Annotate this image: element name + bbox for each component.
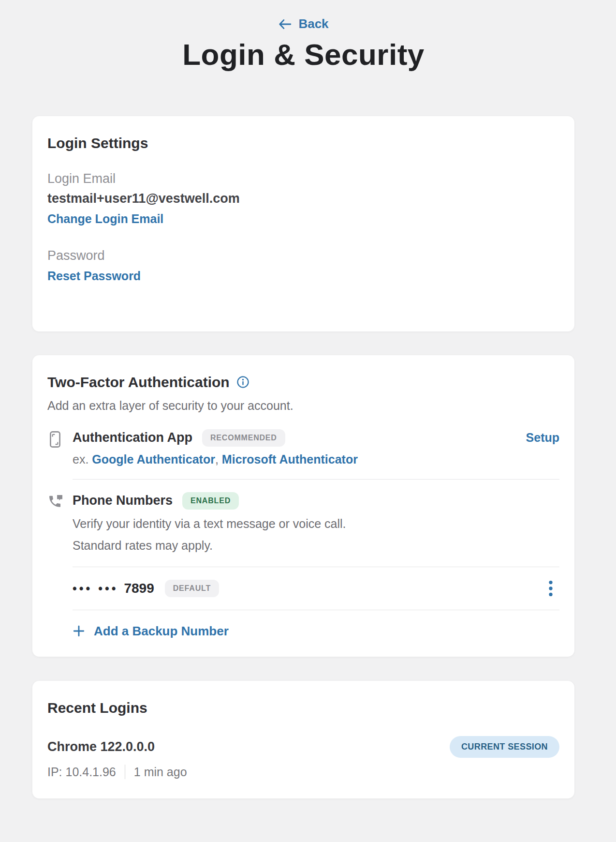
two-factor-card: Two-Factor Authentication Add an extra l…: [32, 355, 574, 657]
session-row: Chrome 122.0.0.0 CURRENT SESSION: [47, 736, 559, 758]
phone-number-item: ••• •••7899 DEFAULT: [73, 567, 559, 610]
phone-numbers-title: Phone Numbers: [73, 493, 173, 508]
change-login-email-link[interactable]: Change Login Email: [47, 212, 163, 226]
spacer: [47, 554, 559, 567]
authentication-app-row: Authentication App RECOMMENDED Setup ex.…: [47, 429, 559, 479]
enabled-badge: ENABLED: [182, 492, 239, 510]
login-security-page: Back Login & Security Login Settings Log…: [32, 0, 574, 798]
current-session-badge: CURRENT SESSION: [450, 736, 559, 758]
session-meta: IP: 10.4.1.96 1 min ago: [47, 765, 559, 779]
microsoft-authenticator-link[interactable]: Microsoft Authenticator: [222, 452, 358, 466]
two-factor-subtitle: Add an extra layer of security to your a…: [47, 399, 559, 413]
masked-phone-number: ••• •••7899: [73, 581, 154, 596]
phone-description-line2: Standard rates may apply.: [73, 537, 559, 554]
example-separator: ,: [215, 452, 219, 466]
example-prefix: ex.: [73, 452, 88, 466]
info-icon[interactable]: [236, 376, 249, 389]
meta-divider: [125, 765, 125, 779]
setup-link[interactable]: Setup: [526, 431, 559, 445]
default-badge: DEFAULT: [165, 580, 219, 597]
login-settings-card: Login Settings Login Email testmail+user…: [32, 116, 574, 331]
authentication-app-title: Authentication App: [73, 430, 192, 445]
two-factor-methods: Authentication App RECOMMENDED Setup ex.…: [47, 429, 559, 640]
login-email-value: testmail+user11@vestwell.com: [47, 191, 559, 206]
phone-numbers-body: Phone Numbers ENABLED Verify your identi…: [73, 492, 559, 554]
row-divider: [73, 610, 559, 610]
session-ip: IP: 10.4.1.96: [47, 765, 116, 779]
two-factor-header: Two-Factor Authentication: [47, 374, 559, 391]
page-header: Back Login & Security: [32, 0, 574, 73]
page-title: Login & Security: [32, 37, 574, 73]
authentication-app-title-line: Authentication App RECOMMENDED Setup: [73, 429, 559, 447]
authentication-app-body: Authentication App RECOMMENDED Setup ex.…: [73, 429, 559, 479]
recommended-badge: RECOMMENDED: [202, 429, 285, 447]
kebab-menu-icon[interactable]: [548, 580, 554, 597]
add-backup-label: Add a Backup Number: [94, 624, 229, 639]
phone-description-line1: Verify your identity via a text message …: [73, 515, 559, 532]
auth-app-examples: ex. Google Authenticator, Microsoft Auth…: [73, 452, 559, 466]
back-label: Back: [298, 16, 328, 31]
two-factor-title: Two-Factor Authentication: [47, 374, 230, 391]
plus-icon: [73, 625, 85, 637]
password-label: Password: [47, 248, 559, 263]
mobile-phone-icon: [47, 429, 73, 450]
login-settings-title: Login Settings: [47, 135, 559, 152]
phone-numbers-row: Phone Numbers ENABLED Verify your identi…: [47, 480, 559, 554]
back-arrow-icon: [278, 18, 292, 30]
add-backup-number-link[interactable]: Add a Backup Number: [73, 624, 229, 639]
phone-numbers-title-line: Phone Numbers ENABLED: [73, 492, 559, 510]
masked-digits: ••• •••: [73, 582, 118, 596]
session-browser: Chrome 122.0.0.0: [47, 739, 155, 754]
recent-logins-title: Recent Logins: [47, 699, 559, 717]
session-time: 1 min ago: [134, 765, 187, 779]
last-digits: 7899: [124, 581, 154, 596]
recent-logins-card: Recent Logins Chrome 122.0.0.0 CURRENT S…: [32, 681, 574, 798]
reset-password-link[interactable]: Reset Password: [47, 269, 141, 283]
back-link[interactable]: Back: [278, 16, 328, 31]
phone-message-icon: [47, 492, 73, 512]
login-email-label: Login Email: [47, 171, 559, 186]
google-authenticator-link[interactable]: Google Authenticator: [92, 452, 215, 466]
